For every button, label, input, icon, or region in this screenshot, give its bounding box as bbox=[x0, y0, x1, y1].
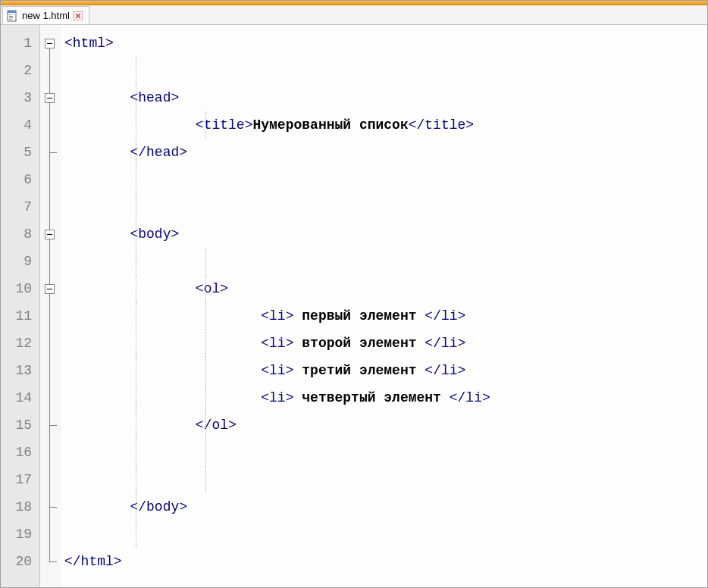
file-icon bbox=[6, 10, 18, 22]
svg-rect-3 bbox=[9, 16, 13, 17]
code-line: <li> третий элемент </li> bbox=[61, 357, 707, 384]
line-number: 16 bbox=[1, 439, 39, 466]
line-number: 4 bbox=[1, 111, 39, 139]
line-number: 3 bbox=[1, 84, 39, 111]
code-line: <li> четвертый элемент </li> bbox=[61, 384, 707, 411]
line-number: 7 bbox=[1, 193, 39, 220]
svg-rect-5 bbox=[9, 19, 12, 20]
line-number: 6 bbox=[1, 166, 39, 193]
code-line: <title>Нумерованный список</title> bbox=[61, 111, 707, 139]
code-line: </body> bbox=[61, 493, 707, 521]
line-number: 14 bbox=[1, 384, 39, 411]
line-number: 18 bbox=[1, 493, 39, 521]
code-line: <body> bbox=[61, 220, 707, 248]
tab-filename: new 1.html bbox=[22, 10, 70, 21]
code-editor[interactable]: 1 2 3 4 5 6 7 8 9 10 11 12 13 14 15 16 1… bbox=[1, 25, 707, 587]
line-number: 11 bbox=[1, 302, 39, 330]
line-number: 1 bbox=[1, 30, 39, 57]
line-number: 17 bbox=[1, 466, 39, 493]
line-number-gutter: 1 2 3 4 5 6 7 8 9 10 11 12 13 14 15 16 1… bbox=[1, 25, 40, 587]
code-line: <head> bbox=[61, 84, 707, 111]
code-line bbox=[61, 248, 707, 275]
svg-rect-1 bbox=[8, 11, 16, 13]
code-line: <li> второй элемент </li> bbox=[61, 330, 707, 357]
svg-rect-2 bbox=[9, 14, 11, 15]
fold-toggle-icon[interactable] bbox=[45, 284, 55, 294]
line-number: 13 bbox=[1, 357, 39, 384]
code-line: <li> первый элемент </li> bbox=[61, 302, 707, 330]
line-number: 10 bbox=[1, 275, 39, 302]
code-line bbox=[61, 166, 707, 193]
line-number: 15 bbox=[1, 411, 39, 439]
fold-toggle-icon[interactable] bbox=[45, 230, 55, 239]
line-number: 19 bbox=[1, 521, 39, 548]
code-area[interactable]: <html> <head> <title>Нумерованный список… bbox=[61, 25, 707, 587]
code-line bbox=[61, 521, 707, 548]
code-line: </html> bbox=[61, 548, 707, 575]
code-line: </head> bbox=[61, 139, 707, 166]
line-number: 2 bbox=[1, 57, 39, 84]
tab-bar: new 1.html bbox=[1, 5, 707, 25]
code-line bbox=[61, 439, 707, 466]
svg-rect-4 bbox=[9, 17, 13, 18]
code-line: </ol> bbox=[61, 411, 707, 439]
code-line bbox=[61, 57, 707, 84]
fold-column bbox=[40, 25, 61, 587]
line-number: 9 bbox=[1, 248, 39, 275]
code-line bbox=[61, 466, 707, 493]
fold-toggle-icon[interactable] bbox=[45, 93, 55, 103]
line-number: 5 bbox=[1, 139, 39, 166]
code-line: <html> bbox=[61, 30, 707, 57]
code-line: <ol> bbox=[61, 275, 707, 302]
line-number: 20 bbox=[1, 548, 39, 575]
code-line bbox=[61, 193, 707, 220]
close-tab-icon[interactable] bbox=[74, 11, 83, 20]
line-number: 12 bbox=[1, 330, 39, 357]
editor-window: new 1.html 1 2 3 4 5 6 7 8 9 10 11 12 13… bbox=[0, 0, 708, 588]
tab-file[interactable]: new 1.html bbox=[2, 6, 89, 24]
line-number: 8 bbox=[1, 220, 39, 248]
